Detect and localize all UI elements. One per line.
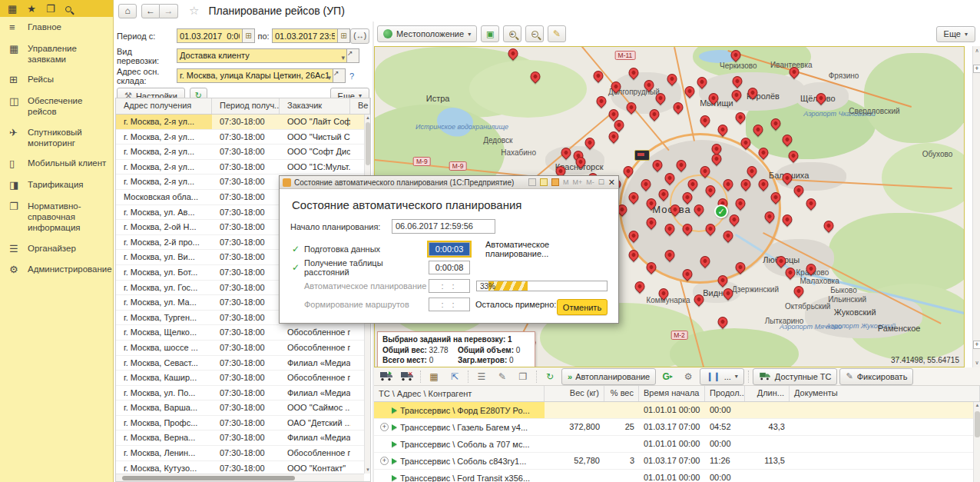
order-row[interactable]: г. Москва, Севаст...07:30-18:00Филиал «М… (116, 356, 364, 371)
column-header-customer[interactable]: Заказчик (280, 98, 350, 114)
favorites-star-icon[interactable]: ★ (27, 4, 36, 14)
route-row[interactable]: +Транссервис \ Газель Багем у4...372,800… (374, 419, 973, 436)
orders-horizontal-scrollbar[interactable] (116, 474, 364, 481)
column-header-vehicle[interactable]: ТС \ Адрес \ Контрагент (374, 386, 545, 401)
expand-plus-icon[interactable]: + (973, 65, 980, 73)
go-planning-icon[interactable]: G▸ (658, 369, 677, 384)
order-row[interactable]: г. Москва, 2-я ул...07:30-18:00ООО "1С:М… (116, 160, 364, 175)
help-link[interactable]: ? (349, 71, 354, 81)
memory-minus-button[interactable]: M- (586, 178, 594, 186)
column-header-length[interactable]: Длин... (745, 386, 790, 401)
select-pointer-icon[interactable]: ⇱ (445, 369, 464, 384)
expand-plus-icon[interactable]: + (973, 341, 980, 349)
sidebar-item-trips-calendar[interactable]: ⊞Рейсы (0, 69, 113, 91)
order-row[interactable]: г. Москва, 2-я ул...07:30-18:00ООО "Софт… (116, 145, 364, 160)
refresh-icon[interactable]: ↻ (541, 369, 559, 384)
edit-document-icon[interactable]: ✎ (493, 369, 512, 384)
dialog-titlebar[interactable]: Состояние автоматического планирования (… (280, 176, 618, 189)
memory-plus-button[interactable]: M+ (572, 178, 582, 186)
map-pin[interactable] (821, 218, 835, 232)
sidebar-item-trip-support-truck[interactable]: ◫Обеспечение рейсов (0, 91, 113, 122)
order-row[interactable]: г. Москва, 2-я ул...07:30-18:00ООО "Чист… (116, 130, 364, 145)
route-row[interactable]: Транссервис \ Форд Е280ТУ Ро...01.01.01 … (374, 402, 973, 419)
order-row[interactable]: г. Москва, Щелко...07:30-18:00Обособленн… (116, 325, 364, 341)
fit-extent-button[interactable]: ▣ (481, 25, 499, 42)
measure-pencil-button[interactable]: ✎ (548, 25, 566, 42)
column-header-weight[interactable]: Вес (кг) (545, 386, 604, 401)
column-header-period[interactable]: Период получ... (212, 98, 280, 114)
sidebar-item-orders-grid[interactable]: ▦Управление заявками (0, 38, 113, 70)
period-range-button[interactable]: (↔) (350, 28, 369, 44)
calculator-icon[interactable]: ▦ (425, 369, 443, 384)
calendar-icon[interactable]: ⊞ (243, 28, 255, 43)
view-mode-dropdown[interactable]: ❙❙...▾ (700, 368, 744, 385)
calendar-icon[interactable]: ⊞ (338, 28, 350, 43)
order-row[interactable]: г. Москва, шоссе ...07:30-18:00Обособлен… (116, 341, 364, 356)
history-icon[interactable]: ❐ (46, 4, 55, 14)
favorite-star-icon[interactable]: ☆ (189, 4, 199, 18)
restore-window-icon[interactable]: ☐ (598, 178, 604, 186)
period-from-input[interactable] (177, 28, 243, 43)
order-row[interactable]: г. Москва, Кашир...07:30-18:00Обособленн… (116, 371, 364, 386)
cancel-button[interactable]: Отменить (557, 299, 608, 315)
expand-icon[interactable]: + (380, 457, 389, 465)
back-button[interactable]: ← (141, 4, 160, 18)
sidebar-item-mobile-client-phone[interactable]: ▯Мобильный клиент (0, 153, 113, 175)
gear-icon[interactable]: ⚙ (679, 369, 697, 384)
zoom-out-button[interactable]: − (525, 25, 544, 42)
clipboard-icon[interactable]: ❐ (514, 369, 532, 384)
zoom-in-button[interactable]: + (503, 25, 521, 42)
column-header-address[interactable]: Адрес получения (116, 98, 212, 114)
order-row[interactable]: г. Москва, Варша...07:30-18:00ООО "Саймо… (116, 401, 364, 416)
route-list-icon[interactable]: ☰ (472, 369, 491, 384)
warehouse-combo[interactable]: г. Москва, улица Клары Цеткин, 26Ас1▾ (177, 68, 333, 83)
autoplan-button[interactable]: »Автопланирование (561, 368, 656, 385)
sidebar-item-tariffs[interactable]: ◨Тарификация (0, 175, 113, 196)
sidebar-item-organizer[interactable]: ☰Органайзер (0, 238, 113, 260)
memory-button[interactable]: M (563, 178, 569, 186)
map-pin[interactable] (733, 110, 747, 124)
open-link-icon[interactable]: ↗ (333, 68, 346, 83)
step-time-field[interactable]: : : (429, 298, 470, 311)
period-to-input[interactable] (272, 28, 338, 43)
map-pin[interactable] (633, 280, 647, 294)
order-row[interactable]: г. Москва, 2-я ул...07:30-18:00ООО "Лайт… (116, 115, 364, 130)
start-time-value[interactable]: 06.06.2017 12:59:56 (392, 219, 495, 234)
fixate-button[interactable]: ✎Фиксировать (839, 368, 913, 385)
scroll-up-icon[interactable]: ▲ (974, 402, 980, 409)
map-pin[interactable] (803, 196, 817, 210)
sidebar-item-satellite-monitoring[interactable]: ✈Спутниковый мониторинг (0, 122, 113, 154)
route-row[interactable]: +Транссервис \ Соболь с843гу1...52,78030… (374, 453, 973, 470)
scroll-up-icon[interactable]: ∧ (973, 46, 980, 55)
forward-button[interactable]: → (160, 4, 178, 18)
order-row[interactable]: г. Москва, Ленин...07:30-18:00Обособленн… (116, 446, 364, 461)
step-time-field[interactable]: 0:00:08 (429, 261, 470, 274)
column-header-weight-percent[interactable]: % вес (604, 386, 639, 401)
map-scrollbar[interactable]: ∧ + + ∨ (972, 46, 980, 367)
expand-icon[interactable]: + (380, 423, 389, 431)
map-pin[interactable] (792, 284, 806, 298)
routes-vertical-scrollbar[interactable]: ▲ (973, 402, 980, 482)
more-button[interactable]: Еще▾ (936, 26, 975, 42)
scroll-down-icon[interactable]: ∨ (973, 358, 980, 367)
order-row[interactable]: г. Москва, Профс...07:30-18:00ОАО "Детск… (116, 416, 364, 431)
sidebar-item-reference-info[interactable]: ❐Нормативно-справочная информация (0, 196, 113, 238)
route-row[interactable]: Транссервис \ Соболь а 707 мс...01.01.01… (374, 436, 973, 453)
scroll-up-icon[interactable]: ▲ (365, 115, 371, 121)
order-row[interactable]: г. Москва, ул. По...07:30-18:00Филиал «М… (116, 386, 364, 401)
location-dropdown-button[interactable]: Местоположение▾ (377, 25, 477, 42)
save-icon[interactable] (528, 178, 536, 186)
map-pin[interactable] (780, 212, 794, 226)
step-time-field[interactable]: 0:00:03 (429, 242, 470, 256)
calendar-icon[interactable] (540, 178, 548, 186)
order-row[interactable]: г. Москва, Верна...07:30-18:00Филиал «Ме… (116, 430, 364, 446)
sidebar-item-administration-gear[interactable]: ⚙Администрирование (0, 259, 113, 281)
open-link-icon[interactable]: ↗ (347, 48, 359, 63)
column-header-weight[interactable]: Ве (350, 98, 370, 114)
close-icon[interactable]: ✕ (608, 178, 615, 188)
route-row[interactable]: Транссервис \ Ford Transit х356...01.01.… (374, 470, 973, 482)
column-header-duration[interactable]: Продол... (705, 386, 745, 401)
sidebar-item-main-menu[interactable]: ≡Главное (0, 17, 113, 38)
order-row[interactable]: г. Москва, Кутузо...07:30-18:00ООО "Конт… (116, 461, 364, 474)
calculator-icon[interactable] (551, 178, 559, 186)
